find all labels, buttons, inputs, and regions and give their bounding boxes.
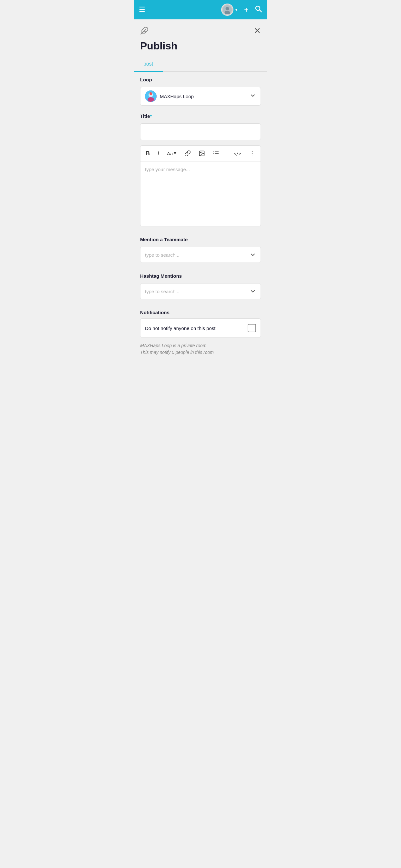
notifications-section: Notifications Do not notify anyone on th… <box>134 305 267 340</box>
editor-placeholder: type your message... <box>145 166 190 172</box>
mention-chevron-icon <box>250 252 256 258</box>
add-button[interactable]: + <box>244 5 249 14</box>
search-icon[interactable] <box>254 5 262 14</box>
image-button[interactable] <box>197 150 206 157</box>
mention-dropdown[interactable]: type to search... <box>140 247 261 263</box>
svg-marker-11 <box>174 152 177 154</box>
title-input[interactable] <box>140 123 261 140</box>
top-nav: ☰ ▼ + <box>134 0 267 20</box>
notifications-label: Notifications <box>140 310 261 315</box>
hashtag-placeholder: type to search... <box>145 289 180 294</box>
chevron-svg <box>250 92 256 99</box>
svg-point-9 <box>148 97 154 102</box>
list-button[interactable] <box>212 150 220 157</box>
feather-icon <box>140 27 149 37</box>
notify-note-line2: This may notify 0 people in this room <box>140 349 261 356</box>
loop-selector-left: MAXHaps Loop <box>145 90 194 102</box>
title-label: Title* <box>140 113 261 119</box>
font-size-label: Aa <box>167 151 173 156</box>
hashtag-field-group: Hashtag Mentions <box>134 268 267 283</box>
feather-svg <box>140 27 149 35</box>
avatar-dropdown-arrow: ▼ <box>235 7 238 12</box>
hashtag-chevron-icon <box>250 288 256 294</box>
italic-button[interactable]: I <box>156 150 160 158</box>
notify-note: MAXHaps Loop is a private room This may … <box>134 340 267 357</box>
list-svg <box>213 150 219 157</box>
page-title: Publish <box>134 40 267 57</box>
mention-field-group: Mention a Teammate <box>134 231 267 247</box>
svg-line-4 <box>259 10 262 12</box>
tab-post[interactable]: post <box>134 57 163 72</box>
avatar-icon <box>223 5 232 14</box>
loop-selector[interactable]: MAXHaps Loop <box>140 87 261 105</box>
notify-note-line1: MAXHaps Loop is a private room <box>140 342 261 349</box>
mention-placeholder: type to search... <box>145 252 180 258</box>
svg-point-1 <box>226 7 229 10</box>
svg-point-13 <box>201 152 202 153</box>
hamburger-icon[interactable]: ☰ <box>139 5 145 14</box>
code-button[interactable]: </> <box>233 151 243 157</box>
image-svg <box>198 150 205 157</box>
bold-button[interactable]: B <box>144 150 151 158</box>
main-content: ✕ Publish post Loop MAXHaps Loop <box>134 20 267 868</box>
loop-chevron-icon <box>250 92 256 100</box>
nav-right: ▼ + <box>221 4 262 16</box>
mention-label: Mention a Teammate <box>140 237 261 242</box>
loop-field-group: Loop <box>134 72 267 87</box>
notify-checkbox[interactable] <box>248 324 256 332</box>
notify-option: Do not notify anyone on this post <box>140 318 261 338</box>
hashtag-label: Hashtag Mentions <box>140 273 261 279</box>
loop-avatar-svg <box>145 90 157 102</box>
editor-toolbar: B I Aa <box>141 146 260 161</box>
title-field-group: Title* <box>134 108 267 123</box>
search-svg <box>254 5 262 12</box>
required-marker: * <box>150 113 152 119</box>
loop-avatar <box>145 90 157 102</box>
link-button[interactable] <box>183 150 192 157</box>
hashtag-dropdown[interactable]: type to search... <box>140 283 261 299</box>
close-button[interactable]: ✕ <box>254 26 261 36</box>
svg-point-10 <box>150 92 152 95</box>
nav-left: ☰ <box>139 5 145 14</box>
editor-container: B I Aa <box>140 145 261 226</box>
avatar <box>221 4 234 16</box>
tabs-bar: post <box>134 57 267 72</box>
link-svg <box>184 150 191 157</box>
font-size-button[interactable]: Aa <box>166 150 178 157</box>
more-options-button[interactable]: ⋮ <box>248 149 257 158</box>
loop-name: MAXHaps Loop <box>160 94 194 99</box>
loop-label: Loop <box>140 77 261 82</box>
message-editor[interactable]: type your message... <box>141 161 260 226</box>
user-avatar-button[interactable]: ▼ <box>221 4 238 16</box>
page-header: ✕ <box>134 20 267 40</box>
font-dropdown-icon <box>174 152 177 155</box>
notify-option-text: Do not notify anyone on this post <box>145 326 215 331</box>
